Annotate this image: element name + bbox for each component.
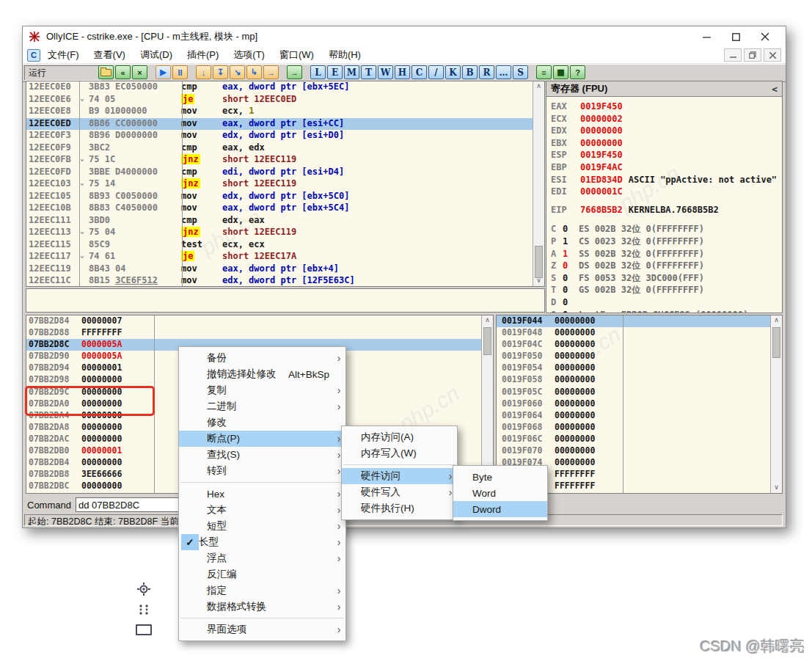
annotation-target-icon[interactable] (137, 583, 150, 599)
context-menu-item-14[interactable]: 反汇编 (179, 566, 345, 583)
patches-window-button[interactable]: / (428, 65, 444, 79)
scrollbar-thumb[interactable] (772, 327, 780, 358)
register-row[interactable]: EAX0019F450 (551, 101, 782, 113)
disasm-row[interactable]: 12EEC1058B93 C0050000movedx, dword ptr [… (26, 191, 533, 203)
stack-row[interactable]: 0019F04800000000 (497, 327, 771, 339)
mdi-close-button[interactable] (764, 48, 781, 62)
stack-vertical-scrollbar[interactable]: ∧ ∨ (770, 315, 782, 493)
menubar-item-6[interactable]: 帮助(H) (321, 47, 368, 63)
register-row[interactable]: EBP0019F4AC (551, 161, 782, 174)
dump-row[interactable]: 07BB2D8400000007 (26, 315, 482, 327)
context-menu-item-5[interactable]: 断点(P)› (179, 431, 345, 447)
hardware-submenu-item-0[interactable]: Byte (453, 469, 547, 485)
scrollbar-thumb[interactable] (483, 327, 491, 355)
stack-row[interactable]: 0019F06800000000 (497, 422, 771, 434)
execute-till-return-button[interactable]: → (263, 65, 279, 79)
scroll-up-icon[interactable]: ∧ (771, 315, 782, 326)
disasm-row[interactable]: 12EEC0F38B96 D0000000movedx, dword ptr [… (26, 130, 533, 142)
executable-modules-button[interactable]: E (327, 65, 343, 79)
column-separator[interactable] (623, 315, 623, 493)
disasm-row[interactable]: 12EEC11C8B15 3CE6F512movedx, dword ptr [… (26, 275, 533, 287)
scroll-down-icon[interactable]: ∨ (533, 276, 544, 286)
breakpoint-submenu-item-3[interactable]: 硬件访问› (342, 468, 457, 484)
hardware-submenu-item-2[interactable]: Dword (453, 501, 547, 517)
disasm-row[interactable]: 12EEC0E6⌄74 05jeshort 12EEC0ED (26, 94, 533, 106)
context-menu-item-10[interactable]: 文本› (179, 502, 345, 518)
context-menu-item-0[interactable]: 备份› (179, 350, 345, 366)
column-separator[interactable] (182, 81, 183, 286)
mdi-minimize-button[interactable] (724, 48, 742, 62)
flag-row[interactable]: O0LastErr ERROR_SUCCESS (00000000) (551, 309, 782, 314)
appearance-button[interactable]: ▦ (553, 65, 568, 79)
context-menu-item-18[interactable]: 界面选项› (179, 621, 345, 638)
mdi-child-icon[interactable]: C (27, 49, 40, 62)
minimize-button[interactable] (692, 28, 721, 45)
stack-row[interactable]: 0019F06400000000 (497, 410, 771, 422)
threads-window-button[interactable]: T (361, 65, 376, 79)
call-stack-button[interactable]: K (445, 65, 461, 79)
options-button[interactable]: ≡ (536, 65, 552, 79)
breakpoint-submenu-item-1[interactable]: 内存写入(W) (342, 445, 457, 461)
context-menu-item-15[interactable]: 指定› (179, 583, 345, 599)
titlebar[interactable]: OllyICE - cstrike.exe - [CPU - m主线程, 模块 … (23, 26, 786, 47)
stack-row[interactable]: 0019F06C00000000 (497, 434, 771, 445)
pause-button[interactable]: II (172, 65, 188, 79)
open-file-button[interactable] (98, 65, 114, 79)
dump-row[interactable]: 07BB2D88FFFFFFFF (26, 327, 482, 339)
step-over-button[interactable]: ↧ (213, 65, 228, 79)
scroll-down-icon[interactable]: ∨ (771, 483, 782, 493)
stack-row[interactable]: 0019F04C00000000 (497, 339, 771, 351)
context-menu-item-4[interactable]: 修改 (179, 415, 345, 431)
flag-row[interactable]: S0FS 0053 32位 3DC000(FFF) (551, 272, 782, 285)
register-row[interactable]: ESI01ED834DASCII "ppActive: not active" (551, 174, 782, 186)
log-window-button[interactable]: L (310, 65, 326, 79)
disasm-row[interactable]: 12EEC1198B43 04moveax, dword ptr [ebx+4] (26, 263, 533, 276)
disasm-row[interactable]: 12EEC0E8B9 01000000movecx, 1 (26, 106, 533, 118)
column-separator[interactable] (79, 81, 80, 286)
step-into-button[interactable]: ↓ (196, 65, 211, 79)
close-program-button[interactable]: × (132, 65, 147, 79)
memory-map-button[interactable]: M (344, 65, 359, 79)
run-trace-button[interactable]: … (496, 65, 511, 79)
context-menu-item-11[interactable]: 短型› (179, 518, 345, 534)
stack-row[interactable]: 0019F05800000000 (497, 374, 771, 386)
references-button[interactable]: R (479, 65, 494, 79)
source-button[interactable]: S (513, 65, 528, 79)
flag-row[interactable]: D0 (551, 296, 782, 309)
mdi-restore-button[interactable] (744, 48, 761, 62)
disasm-row[interactable]: 12EEC0ED8B86 CC000000moveax, dword ptr [… (26, 118, 533, 131)
maximize-button[interactable] (721, 28, 750, 45)
disasm-row[interactable]: 12EEC0FB⌄75 1Cjnzshort 12EEC119 (26, 154, 533, 167)
stack-row[interactable]: 0019F05000000000 (497, 351, 771, 362)
stack-row[interactable]: 0019F05400000000 (497, 362, 771, 374)
disasm-vertical-scrollbar[interactable]: ∧ ∨ (533, 81, 544, 286)
breakpoint-submenu-item-4[interactable]: 硬件写入› (342, 484, 457, 500)
breakpoint-submenu-item-0[interactable]: 内存访问(A) (342, 429, 457, 445)
context-menu-item-3[interactable]: 二进制› (179, 398, 345, 415)
stack-row[interactable]: 0019F07000000000 (497, 445, 771, 457)
flag-row[interactable]: T0GS 002B 32位 0(FFFFFFFF) (551, 284, 782, 296)
flag-row[interactable]: A1SS 002B 32位 0(FFFFFFFF) (551, 248, 782, 260)
disasm-row[interactable]: 12EEC10B8B83 C4050000moveax, dword ptr [… (26, 202, 533, 215)
breakpoint-submenu-item-5[interactable]: 硬件执行(H) (342, 500, 457, 516)
annotation-rectangle-icon[interactable] (136, 624, 152, 635)
hardware-submenu-item-1[interactable]: Word (453, 485, 547, 501)
flag-row[interactable]: P1CS 0023 32位 0(FFFFFFFF) (551, 235, 782, 248)
breakpoints-window-button[interactable]: B (462, 65, 478, 79)
menubar-item-4[interactable]: 选项(T) (226, 47, 272, 63)
trace-into-button[interactable]: ↘ (230, 65, 245, 79)
register-row-eip[interactable]: EIP7668B5B2KERNELBA.7668B5B2 (551, 204, 782, 216)
menubar-item-3[interactable]: 插件(P) (180, 47, 226, 63)
disasm-row[interactable]: 12EEC113⌄75 04jnzshort 12EEC119 (26, 227, 533, 239)
context-menu-item-7[interactable]: 转到› (179, 463, 345, 479)
register-row[interactable]: EDI0000001C (551, 186, 782, 198)
disasm-row[interactable]: 12EEC0FD3BBE D4000000cmpedi, dword ptr [… (26, 167, 533, 179)
scrollbar-thumb[interactable] (535, 246, 543, 278)
context-menu-item-12[interactable]: ✓长型› (179, 534, 345, 550)
info-pane[interactable] (26, 288, 545, 313)
restart-button[interactable]: « (115, 65, 131, 79)
context-menu-item-2[interactable]: 复制› (179, 382, 345, 398)
collapse-button[interactable]: < (772, 84, 778, 95)
menubar-item-0[interactable]: 文件(F) (40, 47, 87, 63)
context-menu-item-6[interactable]: 查找(S)› (179, 447, 345, 463)
